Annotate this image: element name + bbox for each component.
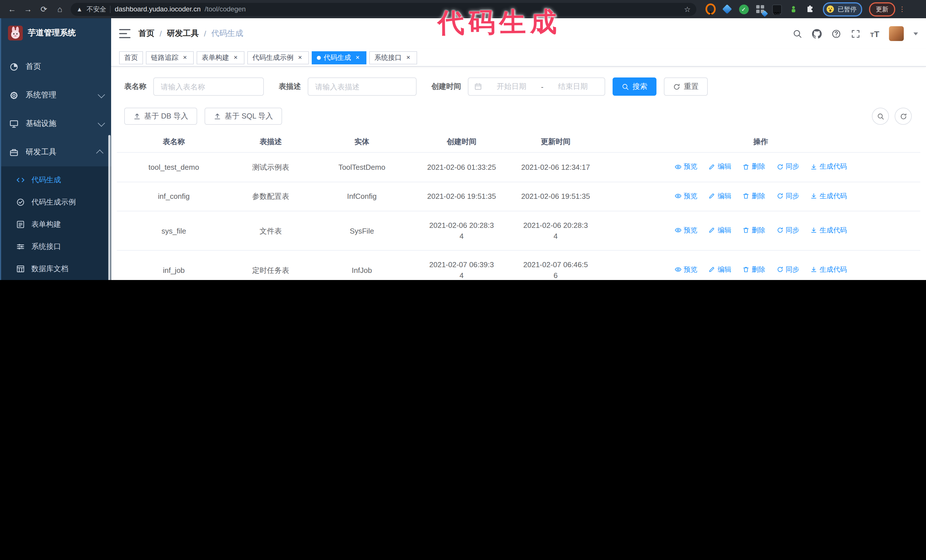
cell-table-name: inf_job — [117, 251, 231, 280]
edit-link[interactable]: 编辑 — [709, 264, 731, 275]
sidebar-item-dev-tools[interactable]: 研发工具 — [1, 138, 111, 166]
table-name-label: 表名称 — [124, 82, 147, 92]
table-desc-input[interactable] — [308, 77, 416, 96]
generate-code-link[interactable]: 生成代码 — [811, 264, 847, 275]
sql-import-label: 基于 SQL 导入 — [225, 111, 273, 121]
browser-reload-icon[interactable]: ⟳ — [36, 2, 51, 17]
cell-table-desc: 测试示例表 — [231, 152, 310, 182]
cell-entity: ToolTestDemo — [310, 152, 413, 182]
create-time-label: 创建时间 — [431, 82, 461, 92]
view-tab[interactable]: 链路追踪 ✕ — [146, 51, 194, 64]
view-tab[interactable]: 代码生成示例 ✕ — [247, 51, 309, 64]
generate-code-link[interactable]: 生成代码 — [811, 161, 847, 172]
table-row: inf_config 参数配置表 InfConfig 2021-02-06 19… — [117, 182, 920, 211]
breadcrumb-home[interactable]: 首页 — [138, 29, 154, 39]
search-button[interactable]: 搜索 — [613, 77, 657, 96]
delete-link[interactable]: 删除 — [743, 225, 765, 236]
close-icon[interactable]: ✕ — [405, 54, 412, 61]
sidebar-scrollbar[interactable] — [108, 135, 110, 280]
edit-link[interactable]: 编辑 — [709, 161, 731, 172]
address-bar[interactable]: ▲ 不安全 dashboard.yudao.iocoder.cn/tool/co… — [71, 3, 696, 16]
view-tab[interactable]: 表单构建 ✕ — [197, 51, 244, 64]
sidebar-item-home[interactable]: 首页 — [1, 53, 111, 81]
upload-icon — [133, 113, 141, 120]
help-icon[interactable] — [831, 29, 841, 38]
extension-check-icon[interactable]: ✓ — [738, 4, 749, 14]
github-icon[interactable] — [812, 29, 822, 38]
sidebar-item-system-management[interactable]: 系统管理 — [1, 81, 111, 109]
preview-link[interactable]: 预览 — [675, 225, 698, 236]
delete-link[interactable]: 删除 — [743, 161, 765, 172]
preview-link[interactable]: 预览 — [675, 264, 698, 275]
view-tab[interactable]: 系统接口 ✕ — [369, 51, 417, 64]
close-icon[interactable]: ✕ — [296, 54, 304, 61]
font-size-icon[interactable]: TT — [870, 29, 879, 38]
sidebar-item-form-builder[interactable]: 表单构建 — [1, 213, 111, 235]
db-import-label: 基于 DB 导入 — [144, 111, 188, 121]
preview-link[interactable]: 预览 — [675, 190, 698, 201]
reset-button[interactable]: 重置 — [664, 77, 708, 96]
sync-link[interactable]: 同步 — [776, 264, 799, 275]
sidebar-logo[interactable]: 芋道管理系统 — [1, 18, 111, 48]
browser-profile-chip[interactable]: 已暂停 — [823, 2, 862, 16]
close-icon[interactable]: ✕ — [354, 54, 361, 61]
search-icon[interactable] — [793, 29, 802, 38]
sidebar-item-codegen[interactable]: 代码生成 — [1, 169, 111, 191]
sync-link[interactable]: 同步 — [776, 190, 799, 201]
main-area: 首页 / 研发工具 / 代码生成 TT 首页 ✕ — [111, 18, 926, 280]
cell-updated-time: 2021-02-06 20:28:3 4 — [510, 211, 601, 251]
end-date-placeholder[interactable]: 结束日期 — [547, 82, 599, 92]
table-row: inf_job 定时任务表 InfJob 2021-02-07 06:39:3 … — [117, 251, 920, 280]
fullscreen-icon[interactable] — [851, 29, 861, 38]
sidebar-item-codegen-example[interactable]: 代码生成示例 — [1, 191, 111, 213]
date-range-picker[interactable]: 开始日期 - 结束日期 — [468, 77, 605, 96]
breadcrumb-dev-tools[interactable]: 研发工具 — [167, 29, 199, 39]
browser-back-icon[interactable]: ← — [5, 2, 20, 17]
generate-code-link[interactable]: 生成代码 — [811, 225, 847, 236]
extension-on-icon[interactable]: on — [772, 4, 782, 14]
table-name-input[interactable] — [153, 77, 264, 96]
breadcrumb-separator: / — [160, 29, 162, 38]
bookmark-star-icon[interactable]: ☆ — [684, 5, 691, 14]
sidebar-item-db-doc[interactable]: 数据库文档 — [1, 258, 111, 280]
browser-forward-icon[interactable]: → — [21, 2, 35, 17]
delete-link[interactable]: 删除 — [743, 264, 765, 275]
extensions-puzzle-icon[interactable] — [805, 4, 815, 14]
view-tab[interactable]: 代码生成 ✕ — [312, 51, 366, 64]
browser-update-button[interactable]: 更新 — [869, 2, 895, 16]
extension-orange-icon[interactable]: 1 — [705, 4, 716, 14]
pencil-icon — [709, 266, 716, 273]
sync-link[interactable]: 同步 — [776, 161, 799, 172]
sync-link[interactable]: 同步 — [776, 225, 799, 236]
logo-rabbit-icon — [8, 26, 23, 41]
extension-bot-icon[interactable] — [788, 4, 798, 14]
close-icon[interactable]: ✕ — [181, 54, 189, 61]
dashboard-icon — [9, 62, 19, 71]
security-warning-icon[interactable]: ▲ — [76, 6, 83, 12]
extension-grid-icon[interactable] — [755, 4, 765, 14]
generate-code-link[interactable]: 生成代码 — [811, 190, 847, 201]
browser-menu-icon[interactable]: ⋮ — [899, 6, 905, 12]
edit-link[interactable]: 编辑 — [709, 225, 731, 236]
view-tab[interactable]: 首页 ✕ — [119, 51, 143, 64]
url-path: /tool/codegen — [204, 5, 246, 13]
refresh-table-button[interactable] — [895, 108, 912, 125]
cell-created-time: 2021-02-07 06:39:3 4 — [413, 251, 510, 280]
sidebar-item-system-api[interactable]: 系统接口 — [1, 235, 111, 258]
avatar[interactable] — [889, 26, 904, 41]
start-date-placeholder[interactable]: 开始日期 — [486, 82, 538, 92]
table-desc-label: 表描述 — [278, 82, 301, 92]
cell-table-desc: 定时任务表 — [231, 251, 310, 280]
edit-link[interactable]: 编辑 — [709, 190, 731, 201]
avatar-caret-icon[interactable] — [914, 32, 918, 35]
browser-home-icon[interactable]: ⌂ — [53, 2, 67, 17]
sql-import-button[interactable]: 基于 SQL 导入 — [205, 108, 282, 125]
extension-gem-icon[interactable] — [722, 4, 732, 14]
toggle-search-button[interactable] — [872, 108, 889, 125]
preview-link[interactable]: 预览 — [675, 161, 698, 172]
hamburger-icon[interactable] — [119, 29, 130, 38]
db-import-button[interactable]: 基于 DB 导入 — [124, 108, 197, 125]
delete-link[interactable]: 删除 — [743, 190, 765, 201]
close-icon[interactable]: ✕ — [232, 54, 239, 61]
sidebar-item-infrastructure[interactable]: 基础设施 — [1, 109, 111, 138]
